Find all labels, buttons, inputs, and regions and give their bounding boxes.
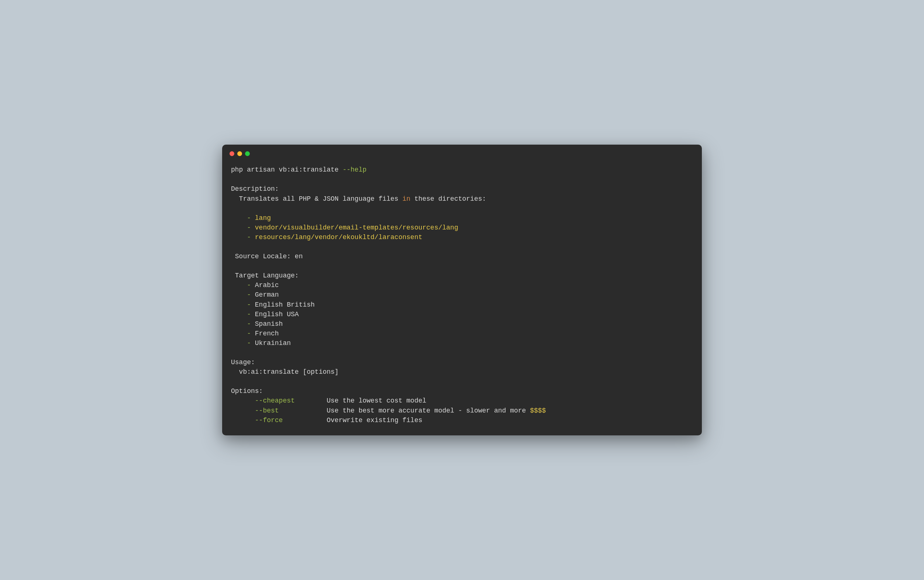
list-dash: -	[231, 282, 255, 289]
command-prefix: php artisan vb:ai:translate	[231, 166, 343, 173]
option-flag: --best	[255, 407, 279, 414]
list-dash: -	[231, 311, 255, 318]
list-dash: -	[231, 320, 255, 328]
option-flag: --cheapest	[255, 397, 295, 404]
option-gap	[295, 397, 326, 404]
dir-path: resources/lang/vendor/ekoukltd/laraconse…	[255, 234, 423, 241]
description-header: Description:	[231, 185, 279, 193]
window-title-bar	[222, 145, 702, 160]
dir-path: lang	[255, 214, 271, 222]
option-desc: Overwrite existing files	[326, 417, 422, 424]
minimize-icon[interactable]	[237, 151, 242, 156]
usage-line: vb:ai:translate [options]	[231, 368, 339, 376]
list-dash: -	[231, 214, 255, 222]
terminal-output: php artisan vb:ai:translate --help Descr…	[222, 160, 702, 435]
list-dash: -	[231, 301, 255, 308]
option-desc: Use the best more accurate model - slowe…	[326, 407, 530, 414]
option-gap	[283, 417, 326, 424]
list-dash: -	[231, 330, 255, 337]
option-suffix: $$$$	[530, 407, 546, 414]
target-header: Target Language:	[231, 272, 299, 279]
terminal-window: php artisan vb:ai:translate --help Descr…	[222, 145, 702, 435]
option-pad	[231, 397, 255, 404]
dir-path: vendor/visualbuilder/email-templates/res…	[255, 224, 458, 231]
list-dash: -	[231, 224, 255, 231]
target-lang: Ukrainian	[255, 339, 291, 347]
close-icon[interactable]	[229, 151, 234, 156]
target-lang: English USA	[255, 311, 299, 318]
option-pad	[231, 417, 255, 424]
target-lang: German	[255, 291, 279, 298]
option-pad	[231, 407, 255, 414]
target-lang: Spanish	[255, 320, 283, 328]
command-flag: --help	[343, 166, 366, 173]
target-lang: English British	[255, 301, 315, 308]
maximize-icon[interactable]	[245, 151, 250, 156]
source-locale: Source Locale: en	[231, 253, 303, 260]
target-lang: Arabic	[255, 282, 279, 289]
in-keyword: in	[402, 195, 410, 203]
list-dash: -	[231, 234, 255, 241]
option-desc: Use the lowest cost model	[326, 397, 426, 404]
options-header: Options:	[231, 387, 263, 395]
description-text-after: these directories:	[410, 195, 486, 203]
list-dash: -	[231, 291, 255, 298]
option-flag: --force	[255, 417, 283, 424]
description-text: Translates all PHP & JSON language files	[231, 195, 402, 203]
target-lang: French	[255, 330, 279, 337]
usage-header: Usage:	[231, 359, 255, 366]
list-dash: -	[231, 339, 255, 347]
option-gap	[279, 407, 327, 414]
